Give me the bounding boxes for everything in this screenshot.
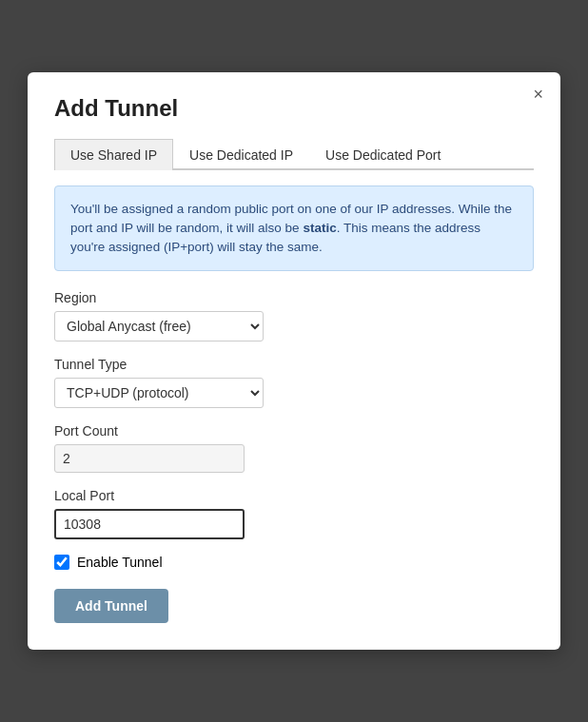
region-group: Region Global Anycast (free) (54, 290, 534, 341)
modal-overlay: × Add Tunnel Use Shared IP Use Dedicated… (0, 0, 588, 722)
tab-dedicated-port[interactable]: Use Dedicated Port (309, 139, 457, 170)
local-port-group: Local Port (54, 488, 534, 539)
info-box: You'll be assigned a random public port … (54, 185, 534, 272)
close-button[interactable]: × (533, 86, 543, 103)
enable-tunnel-row: Enable Tunnel (54, 555, 534, 570)
modal-dialog: × Add Tunnel Use Shared IP Use Dedicated… (28, 72, 560, 651)
region-select[interactable]: Global Anycast (free) (54, 311, 264, 341)
enable-tunnel-label: Enable Tunnel (77, 555, 163, 570)
info-text-bold: static (303, 221, 336, 235)
tunnel-type-group: Tunnel Type TCP+UDP (protocol) (54, 357, 534, 408)
enable-tunnel-checkbox[interactable] (54, 555, 69, 570)
tunnel-type-select[interactable]: TCP+UDP (protocol) (54, 378, 264, 408)
local-port-label: Local Port (54, 488, 534, 503)
add-tunnel-button[interactable]: Add Tunnel (54, 589, 168, 623)
modal-title: Add Tunnel (54, 95, 534, 122)
tab-dedicated-ip[interactable]: Use Dedicated IP (173, 139, 309, 170)
local-port-input[interactable] (54, 509, 245, 539)
port-count-group: Port Count (54, 423, 534, 473)
tunnel-type-label: Tunnel Type (54, 357, 534, 372)
region-label: Region (54, 290, 534, 305)
tab-bar: Use Shared IP Use Dedicated IP Use Dedic… (54, 139, 534, 170)
port-count-input[interactable] (54, 444, 245, 473)
tab-shared-ip[interactable]: Use Shared IP (54, 139, 173, 170)
port-count-label: Port Count (54, 423, 534, 439)
